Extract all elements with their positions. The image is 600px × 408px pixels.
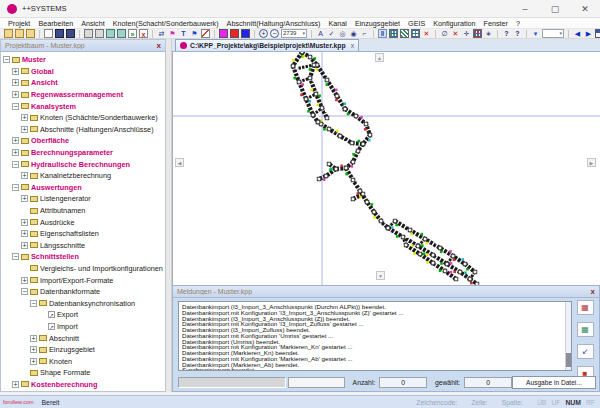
tree-item-regenwassermanagement[interactable]: +Regenwassermanagement: [3, 89, 165, 101]
collapse-icon[interactable]: −: [3, 56, 10, 63]
branch-tool-icon[interactable]: ⌐: [360, 29, 369, 38]
text-label-icon[interactable]: T: [179, 29, 188, 38]
tree-item-berechnungsparameter[interactable]: +Berechnungsparameter: [3, 147, 165, 159]
expand-icon[interactable]: +: [21, 230, 28, 237]
menu-item-ansicht[interactable]: Ansicht: [77, 19, 109, 28]
messages-scrollbar[interactable]: [565, 302, 571, 370]
tree-item-datenbanksynchronisation[interactable]: −Datenbanksynchronisation: [3, 297, 165, 309]
zoom-scale-combo[interactable]: 2739▾: [281, 29, 307, 38]
search-object-icon[interactable]: ◎: [338, 29, 347, 38]
tree-item-hydraulische-berechnungen[interactable]: −Hydraulische Berechnungen: [3, 158, 165, 170]
tree-item-vergleichs-und-importkonfigurationen[interactable]: Vergleichs- und Importkonfigurationen: [3, 263, 165, 275]
menu-item-bearbeiten[interactable]: Bearbeiten: [34, 19, 77, 28]
tree-item-attributnamen[interactable]: Attributnamen: [3, 205, 165, 217]
cross-x-icon[interactable]: ✕: [451, 29, 460, 38]
collapse-icon[interactable]: −: [12, 161, 19, 168]
node-link-icon[interactable]: ∗: [484, 29, 493, 38]
open-folder-icon[interactable]: [15, 29, 24, 38]
pan-left-button[interactable]: ◀: [175, 158, 184, 167]
edit-sheet-icon[interactable]: [201, 29, 210, 38]
zoom-out-icon[interactable]: −: [270, 29, 279, 38]
grid-blue-icon[interactable]: [389, 29, 398, 38]
sync-arrows-icon[interactable]: ⇄: [157, 29, 166, 38]
pan-right-button[interactable]: ▶: [587, 158, 596, 167]
expand-icon[interactable]: +: [12, 68, 19, 75]
pan-top-button[interactable]: ▲: [375, 53, 384, 62]
menu-item-einzugsgebiet[interactable]: Einzugsgebiet: [351, 19, 404, 28]
messages-scrollbar-thumb[interactable]: [566, 353, 571, 367]
expand-icon[interactable]: +: [21, 277, 28, 284]
new-document-icon[interactable]: [44, 29, 53, 38]
menu-item-kanal[interactable]: Kanal: [325, 19, 351, 28]
maximize-button[interactable]: ▢: [540, 0, 570, 18]
expand-icon[interactable]: +: [21, 126, 28, 133]
tree-item-listengenerator[interactable]: +Listengenerator: [3, 193, 165, 205]
expand-icon[interactable]: +: [12, 149, 19, 156]
tree-item-datenbankformate[interactable]: −Datenbankformate: [3, 286, 165, 298]
open-recent-icon[interactable]: [26, 29, 35, 38]
open-project-icon[interactable]: [4, 29, 13, 38]
tree-item-global[interactable]: +Global: [3, 66, 165, 78]
collapse-icon[interactable]: −: [21, 288, 28, 295]
menu-item-geis[interactable]: GEIS: [404, 19, 429, 28]
layer-combo[interactable]: ▾: [542, 29, 564, 38]
expand-icon[interactable]: +: [21, 219, 28, 226]
filter-red-grid-button[interactable]: ▦: [577, 300, 594, 315]
tree-item-import-export-formate[interactable]: +Import/Export-Formate: [3, 274, 165, 286]
tree-item-shape-formate[interactable]: Shape Formate: [3, 367, 165, 379]
delete-x-icon[interactable]: ✕: [422, 29, 431, 38]
collapse-icon[interactable]: −: [12, 184, 19, 191]
color-blue-icon[interactable]: [241, 29, 250, 38]
goto-arrow-button[interactable]: ↙: [577, 344, 594, 359]
move-cross-icon[interactable]: ✛: [462, 29, 471, 38]
flag-blue-icon[interactable]: ⚑: [190, 29, 199, 38]
menu-item-fenster[interactable]: Fenster: [480, 19, 512, 28]
tree-item-import[interactable]: ↗Import: [3, 321, 165, 333]
search-attribute-icon[interactable]: ◉: [349, 29, 358, 38]
menu-item-?[interactable]: ?: [512, 19, 524, 28]
grid-mixed-icon[interactable]: [411, 29, 420, 38]
tree-item-abschnitte-haltungen-anschlüsse-[interactable]: +Abschnitte (Haltungen/Anschlüsse): [3, 124, 165, 136]
pan-bottom-button[interactable]: ▼: [376, 271, 385, 280]
collapse-icon[interactable]: −: [12, 103, 19, 110]
save-all-icon[interactable]: [66, 29, 75, 38]
tree-item-kanalsystem[interactable]: −Kanalsystem: [3, 100, 165, 112]
tree-item-schnittstellen[interactable]: −Schnittstellen: [3, 251, 165, 263]
nav-right-icon[interactable]: ▶: [584, 29, 593, 38]
window-fit-icon[interactable]: [595, 29, 600, 38]
menu-item-knoten-schacht-sonderbauwerk-[interactable]: Knoten(Schacht/Sonderbauwerk): [109, 19, 223, 28]
menu-item-abschnitt-haltung-anschluss-[interactable]: Abschnitt(Haltung/Anschluss): [223, 19, 325, 28]
tree-item-oberfläche[interactable]: +Oberfläche: [3, 135, 165, 147]
print-color-icon[interactable]: [106, 29, 115, 38]
tree-item-muster[interactable]: −Muster: [3, 54, 165, 66]
menu-item-projekt[interactable]: Projekt: [4, 19, 34, 28]
tree-item-eigenschaftslisten[interactable]: +Eigenschaftslisten: [3, 228, 165, 240]
print-preview-icon[interactable]: [95, 29, 104, 38]
help-question-icon[interactable]: ?: [502, 29, 511, 38]
expand-icon[interactable]: +: [21, 172, 28, 179]
document-tab-close-icon[interactable]: x: [351, 42, 355, 49]
expand-icon[interactable]: +: [30, 358, 37, 365]
collapse-icon[interactable]: −: [12, 253, 19, 260]
person-select-icon[interactable]: A: [316, 29, 325, 38]
pause-view-icon[interactable]: ‖: [378, 29, 387, 38]
message-line[interactable]: Synchronisierung beendet: [182, 367, 569, 371]
tree-item-kanalnetzberechnung[interactable]: +Kanalnetzberechnung: [3, 170, 165, 182]
filter-green-grid-button[interactable]: ▦: [577, 322, 594, 337]
messages-header[interactable]: Meldungen - Muster.kpp x: [173, 286, 599, 298]
nav-left-icon[interactable]: ◀: [573, 29, 582, 38]
circle-edit-icon[interactable]: ∅: [440, 29, 449, 38]
document-tab[interactable]: C:\KPP_Projekte\akg\Beispielprojekt\Must…: [175, 39, 359, 51]
help-context-icon[interactable]: ?: [513, 29, 522, 38]
tree-item-ausdrücke[interactable]: +Ausdrücke: [3, 216, 165, 228]
tree-item-export[interactable]: ↗Export: [3, 309, 165, 321]
tree-item-auswertungen[interactable]: −Auswertungen: [3, 182, 165, 194]
tree-item-kostenberechnung[interactable]: +Kostenberechnung: [3, 379, 165, 391]
expand-icon[interactable]: +: [30, 335, 37, 342]
expand-icon[interactable]: +: [12, 79, 19, 86]
print-setup-icon[interactable]: [117, 29, 126, 38]
messages-list[interactable]: Datenbankimport (I3_Import_3_Anschlusspu…: [178, 301, 572, 371]
color-red-icon[interactable]: [230, 29, 239, 38]
menu-item-konfiguration[interactable]: Konfiguration: [429, 19, 479, 28]
tree-item-knoten-schächte-sonderbauwerke-[interactable]: +Knoten (Schächte/Sonderbauwerke): [3, 112, 165, 124]
